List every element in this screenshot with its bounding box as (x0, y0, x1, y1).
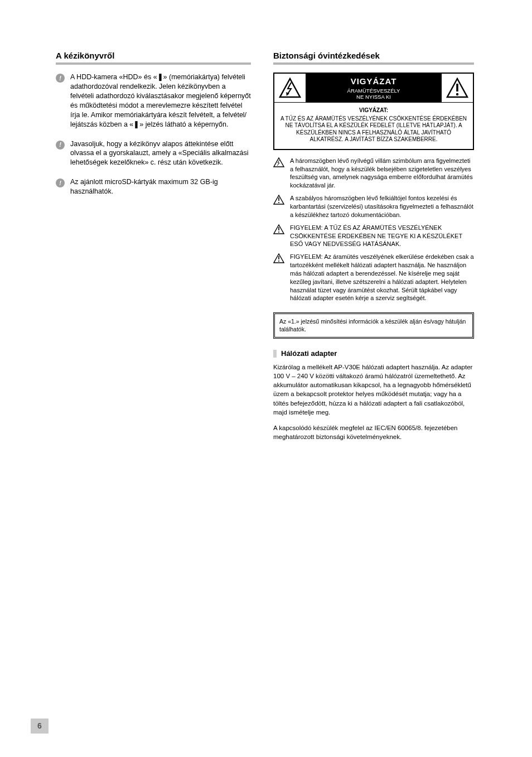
svg-marker-0 (280, 79, 300, 97)
caution-box: VIGYÁZAT ÁRAMÜTÉSVESZÉLY NE NYISSA KI VI… (273, 73, 474, 150)
notice-icon: ! (56, 141, 65, 150)
caution-head-row: VIGYÁZAT ÁRAMÜTÉSVESZÉLY NE NYISSA KI (274, 74, 473, 103)
svg-point-8 (278, 202, 279, 203)
caution-big: VIGYÁZAT (351, 76, 397, 87)
warn-text: A háromszögben lévő nyílvégű villám szim… (290, 157, 474, 190)
svg-rect-7 (278, 197, 279, 201)
notice-item: ! A HDD-kamera «HDD» és «❚» (memóriakárt… (56, 73, 251, 129)
paragraph: A kapcsolódó készülék megfelel az IEC/EN… (273, 423, 474, 441)
warn-line: A szabályos háromszögben lévő felkiáltój… (273, 194, 474, 219)
right-section-title: Biztonsági óvintézkedések (273, 50, 474, 65)
left-column: A kézikönyvről ! A HDD-kamera «HDD» és «… (56, 50, 251, 448)
svg-point-4 (456, 93, 458, 95)
caution-body-text: A TŰZ ÉS AZ ÁRAMÜTÉS VESZÉLYÉNEK CSÖKKEN… (280, 115, 467, 143)
notice-item: ! Javasoljuk, hogy a kézikönyv alapos át… (56, 139, 251, 168)
notice-text: Az ajánlott microSD-kártyák maximum 32 G… (70, 177, 251, 196)
shock-triangle-icon (273, 157, 284, 167)
warning-icon-wrap (442, 74, 473, 102)
warn-text: FIGYELEM: A TŰZ ÉS AZ ÁRAMÜTÉS VESZÉLYÉN… (290, 224, 474, 249)
shock-triangle-icon (279, 77, 301, 99)
warning-triangle-icon (273, 195, 284, 205)
svg-rect-13 (278, 256, 279, 259)
shock-icon-wrap (274, 74, 306, 102)
svg-marker-5 (274, 158, 284, 167)
notice-item: ! Az ajánlott microSD-kártyák maximum 32… (56, 177, 251, 196)
page: A kézikönyvről ! A HDD-kamera «HDD» és «… (0, 0, 532, 757)
svg-point-11 (278, 232, 279, 233)
svg-point-14 (278, 261, 279, 262)
warn-line: FIGYELEM: A TŰZ ÉS AZ ÁRAMÜTÉS VESZÉLYÉN… (273, 224, 474, 249)
warn-line: FIGYELEM: Az áramütés veszélyének elkerü… (273, 253, 474, 302)
grey-marker (273, 350, 277, 358)
page-number: 6 (31, 719, 49, 734)
caution-small-top: ÁRAMÜTÉSVESZÉLY (347, 88, 400, 94)
caution-black: VIGYÁZAT ÁRAMÜTÉSVESZÉLY NE NYISSA KI (306, 74, 442, 102)
svg-rect-10 (278, 227, 279, 230)
svg-rect-3 (456, 84, 458, 91)
notice-icon: ! (56, 179, 65, 187)
warning-triangle-icon (273, 224, 284, 234)
warn-line: A háromszögben lévő nyílvégű villám szim… (273, 157, 474, 190)
warn-text: A szabályos háromszögben lévő felkiáltój… (290, 194, 474, 219)
warn-text: FIGYELEM: Az áramütés veszélyének elkerü… (290, 253, 474, 302)
warning-triangle-icon (273, 253, 284, 263)
right-column: Biztonsági óvintézkedések VIGYÁZAT ÁRAMÜ… (273, 50, 474, 448)
caution-small-bottom: NE NYISSA KI (356, 94, 391, 100)
caution-body-bold: VIGYÁZAT: (280, 107, 467, 114)
notice-text: A HDD-kamera «HDD» és «❚» (memóriakártya… (70, 73, 251, 129)
paragraph: Kizárólag a mellékelt AP-V30E hálózati a… (273, 363, 474, 417)
notice-text: Javasoljuk, hogy a kézikönyv alapos átte… (70, 139, 251, 168)
warning-triangle-icon (446, 77, 468, 99)
columns: A kézikönyvről ! A HDD-kamera «HDD» és «… (56, 50, 479, 448)
notice-icon: ! (56, 74, 65, 83)
subhead-row: Hálózati adapter (273, 349, 474, 359)
caution-body: VIGYÁZAT: A TŰZ ÉS AZ ÁRAMÜTÉS VESZÉLYÉN… (274, 103, 473, 149)
subhead-text: Hálózati adapter (281, 349, 337, 359)
info-box: Az «1.» jelzésű minősítési információk a… (273, 312, 474, 338)
left-section-title: A kézikönyvről (56, 50, 251, 65)
